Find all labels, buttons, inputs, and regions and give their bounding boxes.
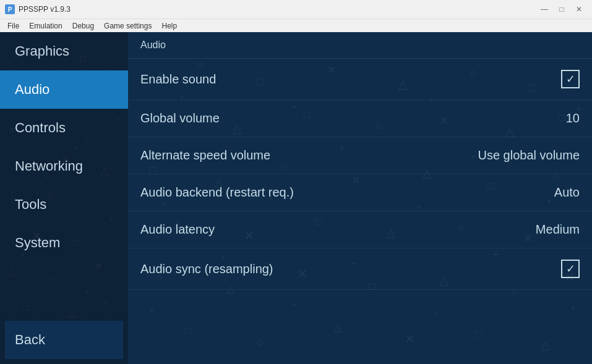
menu-file[interactable]: File — [2, 20, 24, 32]
menu-help[interactable]: Help — [157, 20, 182, 32]
close-button[interactable]: ✕ — [571, 3, 587, 15]
menu-debug[interactable]: Debug — [67, 20, 99, 32]
sidebar-item-networking[interactable]: Networking — [0, 147, 128, 185]
audio-sync-checkbox[interactable]: ✓ — [561, 260, 580, 278]
title-bar-left: P PPSSPP v1.9.3 — [5, 4, 71, 14]
app-icon: P — [5, 4, 15, 14]
settings-row-global-volume[interactable]: Global volume 10 — [128, 100, 592, 137]
content-inner: Audio Enable sound ✓ Global volume 10 Al… — [128, 32, 592, 364]
audio-backend-value: Auto — [554, 185, 580, 200]
audio-latency-label: Audio latency — [140, 222, 215, 237]
minimize-button[interactable]: — — [536, 3, 552, 15]
alternate-speed-label: Alternate speed volume — [140, 148, 270, 163]
settings-row-audio-latency[interactable]: Audio latency Medium — [128, 211, 592, 248]
enable-sound-checkbox[interactable]: ✓ — [561, 70, 580, 88]
sidebar-nav: Graphics Audio Controls Networking Tools… — [0, 32, 128, 316]
window-controls: — □ ✕ — [536, 3, 587, 15]
sidebar-item-tools[interactable]: Tools — [0, 185, 128, 224]
sidebar-bottom: Back — [0, 316, 128, 364]
settings-row-alternate-speed[interactable]: Alternate speed volume Use global volume — [128, 137, 592, 174]
section-header: Audio — [128, 32, 592, 59]
enable-sound-label: Enable sound — [140, 72, 216, 87]
audio-sync-label: Audio sync (resampling) — [140, 262, 273, 276]
menu-emulation[interactable]: Emulation — [24, 20, 67, 32]
alternate-speed-value: Use global volume — [478, 148, 580, 163]
sidebar-item-audio[interactable]: Audio — [0, 70, 128, 109]
menu-bar: File Emulation Debug Game settings Help — [0, 19, 592, 32]
global-volume-label: Global volume — [140, 111, 220, 125]
sidebar-item-controls[interactable]: Controls — [0, 109, 128, 147]
sidebar-item-system[interactable]: System — [0, 224, 128, 262]
main-content: △ ○ □ ✕ □ △ ○ ✕ △ □ ○ ✕ △ □ △ ○ ✕ □ △ ○ … — [0, 32, 592, 364]
content-area: △ ○ □ ✕ △ ○ □ ✕ △ □ ○ ✕ △ □ □ △ ○ ✕ △ □ … — [128, 32, 592, 364]
audio-latency-value: Medium — [536, 222, 580, 237]
global-volume-value: 10 — [566, 111, 580, 125]
sidebar: △ ○ □ ✕ □ △ ○ ✕ △ □ ○ ✕ △ □ △ ○ ✕ □ △ ○ … — [0, 32, 128, 364]
audio-backend-label: Audio backend (restart req.) — [140, 185, 294, 200]
maximize-button[interactable]: □ — [554, 3, 570, 15]
back-button[interactable]: Back — [5, 321, 123, 359]
settings-row-audio-sync[interactable]: Audio sync (resampling) ✓ — [128, 248, 592, 290]
app-title: PPSSPP v1.9.3 — [19, 5, 71, 14]
settings-row-audio-backend[interactable]: Audio backend (restart req.) Auto — [128, 174, 592, 211]
menu-game-settings[interactable]: Game settings — [99, 20, 157, 32]
sidebar-item-graphics[interactable]: Graphics — [0, 32, 128, 70]
settings-row-enable-sound[interactable]: Enable sound ✓ — [128, 59, 592, 100]
title-bar: P PPSSPP v1.9.3 — □ ✕ — [0, 0, 592, 19]
